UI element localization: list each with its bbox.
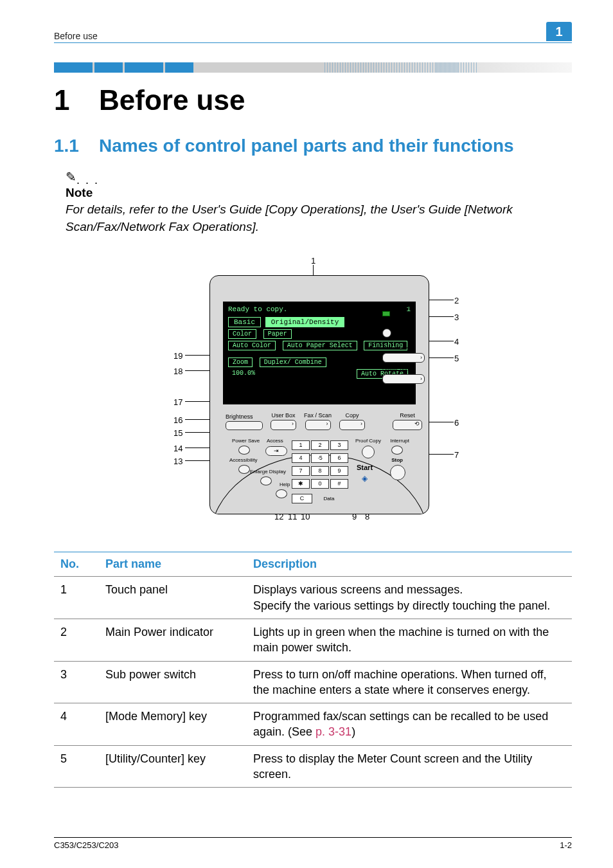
reset-key[interactable]: ⟲ (393, 420, 422, 430)
cell-description: Press to display the Meter Count screen … (247, 745, 572, 788)
keypad-0[interactable]: 0 (311, 479, 329, 489)
lcd-tab-basic[interactable]: Basic (228, 317, 261, 327)
keypad-7[interactable]: 7 (292, 466, 310, 476)
proof-copy-key[interactable] (362, 446, 375, 458)
keypad-9[interactable]: 9 (330, 466, 348, 476)
access-key[interactable]: ⇥ (265, 446, 287, 456)
cell-no: 2 (54, 619, 99, 661)
callout-7: 7 (454, 450, 459, 460)
clear-key[interactable]: C (292, 494, 312, 503)
enlarge-display-key[interactable] (260, 476, 272, 485)
callout-6: 6 (454, 418, 459, 428)
keypad-5[interactable]: ·5 (311, 453, 329, 463)
start-label: Start (357, 464, 373, 471)
stop-label: Stop (391, 457, 403, 463)
enlarge-display-label: Enlarge Display (250, 469, 286, 475)
fax-scan-label: Fax / Scan (304, 412, 332, 419)
chapter-badge: 1 (546, 22, 572, 41)
keypad-hash[interactable]: # (330, 479, 348, 489)
keypad-6[interactable]: 6 (330, 453, 348, 463)
callout-18: 18 (173, 366, 182, 376)
callout-14: 14 (173, 444, 182, 453)
lcd-paper[interactable]: Paper (263, 329, 292, 339)
keypad-8[interactable]: 8 (311, 466, 329, 476)
cell-no: 5 (54, 745, 99, 788)
fax-scan-key[interactable]: › (305, 420, 331, 430)
panel-body: Ready to copy. 1 Basic Original/Density … (209, 275, 429, 514)
cell-no: 3 (54, 661, 99, 703)
pencil-icon: ✎ (66, 170, 76, 183)
mode-memory-key[interactable]: › (382, 353, 425, 363)
callout-4: 4 (454, 337, 459, 347)
ornament-block (165, 62, 193, 73)
start-led-icon: ◈ (362, 474, 368, 483)
help-label: Help (280, 482, 290, 487)
panel-sidebar: Main Power Power Mode Memory › Utility/C… (382, 304, 425, 384)
lcd-auto-color[interactable]: Auto Color (228, 341, 276, 350)
mode-memory-label: Mode Memory (382, 345, 425, 351)
access-label: Access (267, 438, 283, 444)
power-label: Power (382, 321, 425, 327)
main-power-label: Main Power (382, 304, 425, 310)
lcd-tab-density[interactable]: Original/Density (265, 317, 345, 327)
heading-ornament (54, 62, 572, 73)
lower-group: Power Save Access ⇥ Accessibility Enlarg… (236, 438, 403, 514)
lcd-zoom[interactable]: Zoom (228, 357, 253, 367)
reset-glyph-icon: ⟲ (414, 420, 420, 427)
parts-table: No. Part name Description 1Touch panelDi… (54, 552, 572, 788)
copy-key[interactable]: › (339, 420, 365, 430)
utility-counter-key[interactable]: › (382, 374, 425, 384)
lcd-zoom-value: 100.0% (228, 369, 259, 377)
brightness-slider[interactable] (226, 421, 263, 430)
note-dots: . . . (76, 174, 99, 186)
keypad-4[interactable]: 4 (292, 453, 310, 463)
callout-13: 13 (173, 457, 182, 466)
brightness-label: Brightness (226, 413, 253, 420)
keypad-3[interactable]: 3 (330, 440, 348, 450)
cell-part-name: [Utility/Counter] key (99, 745, 247, 788)
keypad-1[interactable]: 1 (292, 440, 310, 450)
accessibility-key[interactable] (238, 465, 250, 474)
heading-1-number: 1 (54, 84, 99, 116)
arrow-right-icon: › (420, 375, 422, 382)
arrow-right-icon: › (292, 420, 294, 427)
cell-description: Programmed fax/scan settings can be reca… (247, 703, 572, 746)
user-box-label: User Box (271, 412, 295, 419)
help-key[interactable] (276, 489, 287, 498)
lcd-status: Ready to copy. (228, 305, 287, 313)
keypad-2[interactable]: 2 (311, 440, 329, 450)
interrupt-key[interactable] (391, 446, 403, 455)
header-rule (54, 42, 572, 43)
numeric-keypad: 123 4·56 789 ✱0# C Data (291, 438, 349, 504)
cell-part-name: Touch panel (99, 577, 247, 619)
lcd-color[interactable]: Color (228, 329, 256, 339)
running-header: Before use 1 (54, 22, 572, 41)
lcd-duplex[interactable]: Duplex/ Combine (260, 357, 326, 367)
ornament-block (125, 62, 163, 73)
mode-tabs-row: Brightness User Box › Fax / Scan › Copy … (226, 416, 422, 430)
cell-description: Displays various screens and messages.Sp… (247, 577, 572, 619)
cell-description: Press to turn on/off machine operations.… (247, 661, 572, 703)
copy-label: Copy (346, 412, 359, 419)
lcd-auto-paper[interactable]: Auto Paper Select (283, 341, 357, 350)
callout-1: 1 (311, 256, 315, 266)
table-header-row: No. Part name Description (54, 552, 572, 577)
table-row: 1Touch panelDisplays various screens and… (54, 577, 572, 619)
cross-reference-link[interactable]: p. 3-31 (315, 725, 351, 738)
table-row: 4[Mode Memory] keyProgrammed fax/scan se… (54, 703, 572, 746)
arrow-right-icon: › (360, 420, 362, 427)
cell-description: Lights up in green when the machine is t… (247, 619, 572, 661)
power-save-key[interactable] (238, 446, 250, 455)
stop-key[interactable] (390, 465, 405, 480)
col-header-part: Part name (99, 552, 247, 577)
user-box-key[interactable]: › (271, 420, 296, 430)
arrow-right-icon: › (326, 420, 328, 427)
footer-page: 1-2 (560, 840, 572, 850)
sub-power-switch[interactable] (382, 329, 391, 338)
keypad-star[interactable]: ✱ (292, 479, 310, 489)
cell-no: 1 (54, 577, 99, 619)
main-power-led (382, 311, 390, 316)
note-title: Note (66, 186, 572, 200)
table-row: 2Main Power indicatorLights up in green … (54, 619, 572, 661)
heading-2-text: Names of control panel parts and their f… (99, 136, 514, 156)
